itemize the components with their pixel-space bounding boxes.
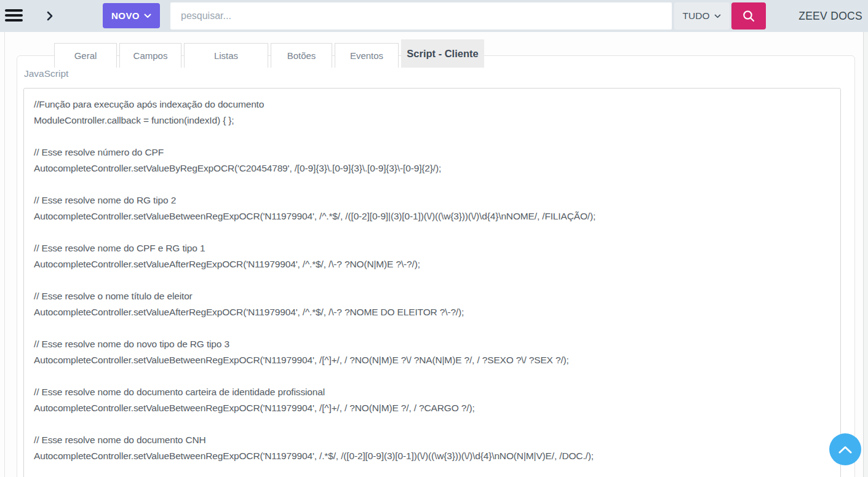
novo-button-label: NOVO [111,10,140,21]
search-button[interactable] [731,2,766,30]
tab-campos[interactable]: Campos [119,43,181,68]
scroll-top-button[interactable] [829,433,861,465]
code-line: AutocompleteController.setValueBetweenRe… [34,208,830,224]
code-line: AutocompleteController.setValueAfterRegE… [34,304,830,320]
code-line [34,320,830,336]
tab-geral[interactable]: Geral [54,43,117,68]
tab-script-cliente[interactable]: Script - Cliente [401,39,484,68]
code-line [34,224,830,240]
novo-button[interactable]: NOVO [103,3,160,28]
tab-bot-es[interactable]: Botões [271,43,332,68]
code-line [34,272,830,288]
code-line: AutocompleteController.setValueBetweenRe… [34,352,830,368]
code-line [34,176,830,192]
code-line: AutocompleteController.setValueBetweenRe… [34,400,830,416]
chevron-right-icon[interactable] [44,10,55,22]
chevron-up-icon [838,446,852,454]
tab-eventos[interactable]: Eventos [335,43,399,68]
code-line [34,416,830,432]
code-line: // Esse resolve o nome título de eleitor [34,288,830,304]
code-editor[interactable]: //Função para execução após indexação do… [23,88,841,477]
editor-label: JavaScript [24,68,68,79]
left-divider [4,32,5,477]
code-line: AutocompleteController.setValueByRegExpO… [34,160,830,176]
search-input[interactable] [170,2,672,30]
chevron-down-icon [144,14,151,18]
code-line [34,128,830,144]
tab-bar: GeralCamposListasBotõesEventosScript - C… [54,39,484,68]
code-line: // Esse resolve número do CPF [34,144,830,160]
code-line: // Esse resolve nome do documento cartei… [34,384,830,400]
brand-title: ZEEV DOCS [798,0,862,32]
code-line [34,368,830,384]
scope-dropdown[interactable]: TUDO [674,2,730,30]
scope-dropdown-label: TUDO [683,10,710,22]
tab-listas[interactable]: Listas [184,43,268,68]
code-line: // Esse resolve nome do novo tipo de RG … [34,336,830,352]
code-line: AutocompleteController.setValueAfterRegE… [34,256,830,272]
code-line: // Esse resolve nome do CPF e RG tipo 1 [34,240,830,256]
code-line: // Esse resolve nome do RG tipo 2 [34,192,830,208]
code-line: // Esse resolve nome do documento CNH [34,432,830,448]
page-scrollbar[interactable] [863,32,868,477]
top-header: NOVO TUDO ZEEV DOCS [0,0,868,32]
menu-icon[interactable] [5,9,23,23]
chevron-down-icon [714,14,721,18]
code-line: AutocompleteController.setValueBetweenRe… [34,448,830,464]
code-line: ModuleController.callback = function(ind… [34,112,830,128]
code-line: //Função para execução após indexação do… [34,97,830,112]
search-icon [742,9,755,23]
